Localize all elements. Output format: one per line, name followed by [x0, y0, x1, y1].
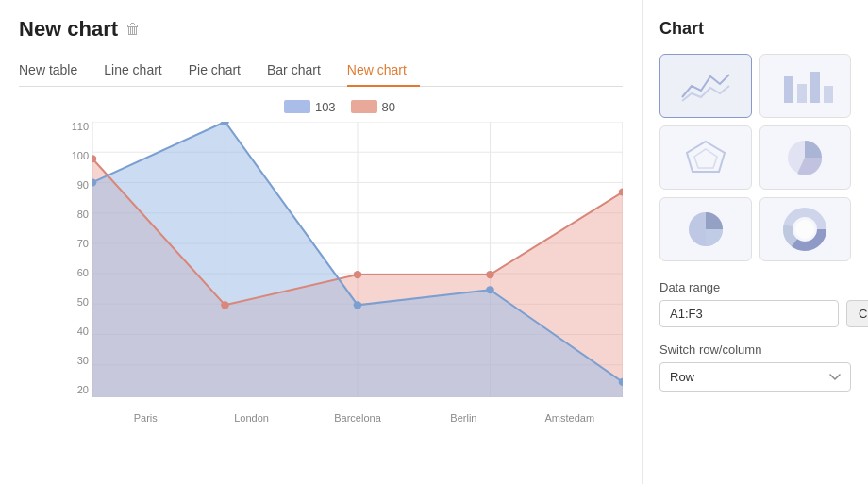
x-axis: Paris London Barcelona Berlin Amstedam: [92, 397, 623, 424]
circle-pie-icon: [677, 206, 734, 253]
y-label-40: 40: [77, 326, 89, 337]
s2-dot-london: [221, 301, 229, 309]
y-label-50: 50: [77, 297, 89, 308]
main-area: New chart 🗑 New table Line chart Pie cha…: [0, 0, 642, 484]
data-range-row: Change: [659, 300, 851, 327]
x-label-barcelona: Barcelona: [305, 412, 410, 424]
legend-value-2: 80: [382, 100, 395, 114]
svg-rect-16: [797, 84, 807, 103]
y-label-60: 60: [77, 268, 89, 278]
donut-chart-icon: [776, 206, 833, 253]
chart-type-bar[interactable]: [760, 54, 852, 118]
bar-chart-icon: [776, 67, 833, 105]
y-label-110: 110: [72, 122, 89, 132]
y-label-100: 100: [72, 151, 89, 161]
line-chart-icon: [677, 67, 734, 105]
chart-type-donut[interactable]: [760, 197, 852, 261]
page-title: New chart: [19, 17, 118, 42]
chart-type-pie[interactable]: [760, 125, 852, 190]
x-label-london: London: [198, 412, 304, 424]
svg-rect-15: [784, 76, 793, 103]
row-col-select[interactable]: Row Column: [659, 362, 851, 392]
tab-line-chart[interactable]: Line chart: [104, 57, 175, 87]
right-panel: Chart: [642, 0, 868, 484]
s2-dot-barcelona: [354, 271, 362, 278]
s1-dot-berlin: [486, 286, 494, 293]
tabs-bar: New table Line chart Pie chart Bar chart…: [19, 57, 623, 87]
y-label-20: 20: [77, 385, 89, 395]
title-row: New chart 🗑: [19, 17, 623, 42]
s2-dot-berlin: [486, 271, 494, 278]
chart-type-line[interactable]: [659, 54, 752, 118]
s1-dot-barcelona: [354, 301, 362, 309]
legend-color-2: [351, 100, 377, 113]
svg-rect-17: [810, 72, 820, 103]
svg-point-26: [795, 220, 814, 239]
change-button[interactable]: Change: [846, 300, 868, 327]
data-range-label: Data range: [659, 280, 851, 294]
trash-icon[interactable]: 🗑: [125, 21, 141, 38]
x-label-berlin: Berlin: [410, 412, 516, 424]
legend-item-2: 80: [351, 100, 395, 114]
tab-bar-chart[interactable]: Bar chart: [267, 57, 334, 87]
legend-value-1: 103: [315, 100, 336, 114]
chart-area: 103 80 110 100 90 80 70 60 50 40 30 20: [19, 100, 623, 476]
svg-marker-20: [694, 149, 717, 168]
y-label-30: 30: [77, 356, 89, 366]
pie-chart-icon: [776, 134, 833, 181]
svg-marker-19: [687, 142, 725, 172]
data-range-input[interactable]: [659, 300, 839, 327]
chart-svg-container: 110 100 90 80 70 60 50 40 30 20: [57, 122, 623, 424]
legend-color-1: [284, 100, 310, 113]
y-label-70: 70: [77, 239, 89, 249]
y-label-80: 80: [77, 209, 89, 220]
switch-row-col-label: Switch row/column: [659, 342, 851, 357]
x-label-amsterdam: Amstedam: [517, 412, 623, 424]
svg-rect-18: [824, 86, 833, 103]
tab-new-table[interactable]: New table: [19, 57, 91, 87]
chart-legend: 103 80: [57, 100, 623, 114]
y-label-90: 90: [77, 180, 89, 191]
tab-pie-chart[interactable]: Pie chart: [189, 57, 254, 87]
chart-type-circle-pie[interactable]: [659, 197, 752, 261]
legend-item-1: 103: [284, 100, 336, 114]
x-label-paris: Paris: [92, 412, 198, 424]
tab-new-chart[interactable]: New chart: [347, 57, 420, 87]
polygon-chart-icon: [677, 134, 734, 181]
chart-svg: [92, 122, 623, 397]
y-axis: 110 100 90 80 70 60 50 40 30 20: [57, 122, 92, 395]
chart-type-grid: [659, 54, 851, 261]
chart-type-polygon[interactable]: [659, 125, 752, 190]
panel-title: Chart: [659, 19, 851, 39]
